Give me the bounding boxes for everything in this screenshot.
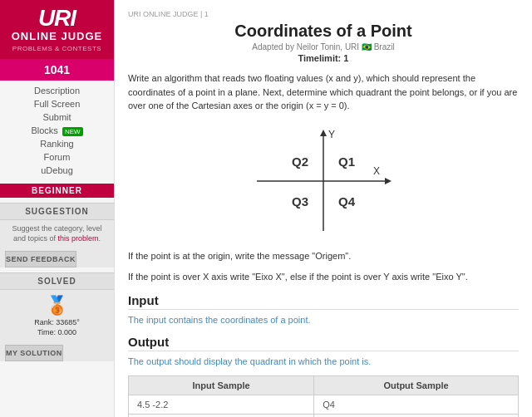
problem-id: 1041 xyxy=(0,59,114,81)
sample-input-cell: 4.5 -2.2 xyxy=(129,395,314,414)
sidebar-item-blocks[interactable]: Blocks NEW xyxy=(0,124,114,137)
timelimit-label: Timelimit: xyxy=(298,53,342,63)
svg-text:X: X xyxy=(373,165,380,177)
sidebar-item-forum[interactable]: Forum xyxy=(0,150,114,164)
sidebar: URI ONLINE JUDGE PROBLEMS & CONTESTS 104… xyxy=(0,0,115,417)
quadrant-svg: X Y Q1 Q2 Q3 Q4 xyxy=(249,123,398,239)
sample-table-col-input: Input Sample xyxy=(129,375,314,395)
svg-marker-3 xyxy=(385,178,392,184)
timelimit: Timelimit: 1 xyxy=(128,53,519,63)
problem-title: Coordinates of a Point xyxy=(128,22,519,41)
logo-uri: URI xyxy=(7,7,107,30)
output-heading: Output xyxy=(128,335,519,351)
timelimit-value: 1 xyxy=(343,53,348,63)
sidebar-item-fullscreen[interactable]: Full Screen xyxy=(0,97,114,110)
table-row: 0.1 0.1Q1 xyxy=(129,414,519,417)
solved-time: Time: 0.000 xyxy=(37,328,76,336)
sample-input-cell: 0.1 0.1 xyxy=(129,414,314,417)
logo-area: URI ONLINE JUDGE PROBLEMS & CONTESTS xyxy=(0,0,114,59)
solved-section: SOLVED 🥉 Rank: 33685° Time: 0.000 MY SOL… xyxy=(0,272,114,361)
svg-text:Q1: Q1 xyxy=(338,155,355,169)
sidebar-item-ranking[interactable]: Ranking xyxy=(0,137,114,150)
difficulty-level: BEGINNER xyxy=(0,184,114,198)
solved-rank: Rank: 33685° xyxy=(34,318,80,326)
svg-text:Y: Y xyxy=(328,129,335,140)
sidebar-nav: Description Full Screen Submit Blocks NE… xyxy=(0,81,114,180)
suggestion-body: Suggest the category, level and topics o… xyxy=(0,220,114,248)
logo-problems-contests: PROBLEMS & CONTESTS xyxy=(7,45,107,52)
input-text: The input contains the coordinates of a … xyxy=(128,313,519,327)
time-label: Time: xyxy=(37,328,56,336)
sidebar-item-submit[interactable]: Submit xyxy=(0,110,114,124)
rank-label: Rank: xyxy=(34,318,54,326)
table-row: 4.5 -2.2Q4 xyxy=(129,395,519,414)
svg-text:Q4: Q4 xyxy=(338,194,356,208)
problem-description-text: Write an algorithm that reads two floati… xyxy=(128,71,519,113)
output-text: The output should display the quadrant i… xyxy=(128,355,519,369)
suggestion-link[interactable]: this problem xyxy=(58,234,99,243)
solved-title: SOLVED xyxy=(0,273,114,290)
sample-output-cell: Q4 xyxy=(314,395,519,414)
send-feedback-button[interactable]: SEND FEEDBACK xyxy=(5,251,76,267)
solved-medal-icon: 🥉 xyxy=(46,295,68,316)
breadcrumb: URI ONLINE JUDGE | 1 xyxy=(128,10,519,18)
sidebar-item-description[interactable]: Description xyxy=(0,84,114,97)
new-badge: NEW xyxy=(62,127,83,136)
sample-output-cell: Q1 xyxy=(314,414,519,417)
logo-online-judge: ONLINE JUDGE xyxy=(7,30,107,43)
suggestion-title: SUGGESTION xyxy=(0,204,114,220)
time-value: 0.000 xyxy=(58,328,77,336)
input-heading: Input xyxy=(128,293,519,310)
my-solution-button[interactable]: MY SOLUTION xyxy=(5,345,63,361)
problem-adapted-by: Adapted by Neilor Tonin, URI 🇧🇷 Brazil xyxy=(128,42,519,52)
adapted-by-text: Adapted by Neilor Tonin, URI 🇧🇷 Brazil xyxy=(252,42,394,52)
solved-info-area: 🥉 Rank: 33685° Time: 0.000 xyxy=(0,290,114,341)
quadrant-diagram: X Y Q1 Q2 Q3 Q4 xyxy=(128,123,519,239)
note-axes: If the point is over X axis write "Eixo … xyxy=(128,270,519,285)
rank-value: 33685° xyxy=(56,318,80,326)
note-origem: If the point is at the origin, write the… xyxy=(128,249,519,264)
suggestion-section: SUGGESTION Suggest the category, level a… xyxy=(0,203,114,267)
sidebar-item-udebug[interactable]: uDebug xyxy=(0,164,114,177)
sample-table-col-output: Output Sample xyxy=(314,375,519,395)
svg-marker-2 xyxy=(320,130,327,136)
svg-text:Q2: Q2 xyxy=(292,155,308,169)
sample-table: Input Sample Output Sample 4.5 -2.2Q40.1… xyxy=(128,375,519,417)
svg-text:Q3: Q3 xyxy=(292,194,308,208)
main-content: URI ONLINE JUDGE | 1 Coordinates of a Po… xyxy=(115,0,532,417)
